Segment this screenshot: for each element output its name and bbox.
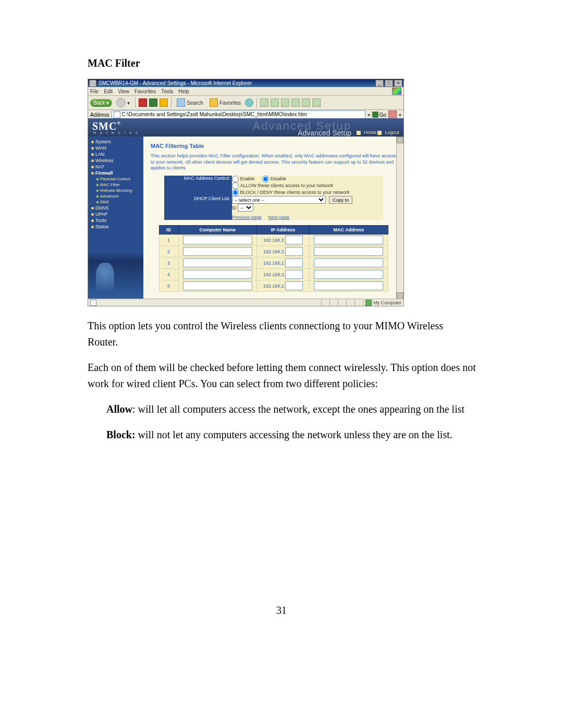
mac-address-input[interactable] [314, 236, 383, 244]
research-icon[interactable] [312, 98, 321, 107]
discuss-icon[interactable] [302, 98, 310, 107]
address-value: C:\Documents and Settings\Zsolt Mahunka\… [122, 111, 307, 118]
allow-radio[interactable] [232, 182, 239, 189]
header-links: Home Logout [357, 130, 399, 135]
sidebar-item-firewall[interactable]: Firewall [88, 170, 143, 176]
mac-control-label: MAC Address Control : [164, 176, 232, 182]
sidebar-item-ddns[interactable]: DDNS [88, 205, 143, 211]
ip-last-octet-input[interactable] [285, 281, 303, 290]
address-label: Address [90, 112, 109, 118]
sidebar-item-wan[interactable]: WAN [88, 145, 143, 151]
go-button[interactable]: Go [372, 112, 386, 118]
sidebar-item-website[interactable]: Website Blocking [88, 188, 143, 193]
menu-edit[interactable]: Edit [104, 89, 113, 94]
sidebar-item-lan[interactable]: LAN [88, 151, 143, 157]
mac-address-input[interactable] [314, 270, 383, 279]
computer-name-input[interactable] [183, 270, 252, 279]
sidebar-item-wireless[interactable]: Wireless [88, 157, 143, 164]
sidebar-item-nat[interactable]: NAT [88, 164, 143, 170]
pane-title: MAC Filtering Table [151, 143, 396, 149]
ip-prefix: 192.168.2. [263, 283, 286, 289]
scroll-up-icon[interactable] [397, 137, 403, 143]
enable-radio-label[interactable]: Enable [232, 176, 255, 181]
minimize-button[interactable]: _ [375, 80, 384, 87]
id-select[interactable]: -- [238, 204, 253, 212]
sidebar-item-advanced[interactable]: Advanced [88, 193, 143, 199]
menu-file[interactable]: File [90, 89, 99, 94]
previous-page-link[interactable]: Previous page [232, 215, 262, 220]
mac-address-input[interactable] [314, 247, 383, 256]
media-icon[interactable] [245, 98, 253, 107]
allow-radio-label[interactable]: ALLOW these clients access to your netwo… [232, 183, 334, 188]
row-id: 3 [159, 257, 178, 269]
next-page-link[interactable]: Next page [268, 215, 290, 220]
menu-help[interactable]: Help [178, 89, 189, 94]
mac-address-input[interactable] [314, 281, 383, 290]
forward-button[interactable]: ▾ [114, 97, 132, 108]
sidebar-item-tools[interactable]: Tools [88, 217, 143, 224]
ip-last-octet-input[interactable] [285, 247, 303, 256]
ip-prefix: 192.168.2. [263, 238, 286, 243]
favorites-button[interactable]: Favorites [207, 97, 243, 108]
sidebar-item-macfilter[interactable]: MAC Filter [88, 182, 143, 188]
home-icon[interactable] [160, 98, 168, 107]
paragraph-2: Each on of them will be checked before l… [88, 360, 476, 392]
menu-view[interactable]: View [118, 89, 129, 94]
table-row: 3192.168.2. [159, 257, 388, 269]
stop-icon[interactable] [139, 98, 147, 107]
menu-favorites[interactable]: Favorites [134, 89, 156, 94]
ip-last-octet-input[interactable] [285, 258, 303, 267]
print-icon[interactable] [281, 98, 289, 107]
search-button[interactable]: Search [175, 97, 205, 108]
mac-address-input[interactable] [314, 258, 383, 267]
config-table: MAC Address Control : Enable Disable ALL… [164, 176, 383, 220]
computer-name-input[interactable] [183, 281, 252, 290]
id-small-label: ID [232, 205, 237, 211]
address-input[interactable]: C:\Documents and Settings\Zsolt Mahunka\… [112, 110, 365, 119]
col-id: ID [159, 226, 178, 235]
logout-link[interactable]: Logout [385, 130, 399, 135]
menu-tools[interactable]: Tools [161, 89, 173, 94]
zone-icon [365, 300, 372, 306]
ip-prefix: 192.168.2. [263, 249, 286, 254]
col-ip: IP Address [256, 226, 309, 235]
windows-flag-icon [392, 88, 401, 95]
computer-name-input[interactable] [183, 236, 252, 244]
refresh-icon[interactable] [149, 98, 157, 107]
go-arrow-icon [372, 112, 378, 118]
disable-radio-label[interactable]: Disable [262, 176, 286, 181]
mail-icon[interactable] [271, 98, 279, 107]
sidebar-item-status[interactable]: Status [88, 224, 143, 230]
home-small-icon [357, 131, 361, 135]
block-policy: Block: will not let any computers access… [106, 427, 476, 443]
ip-last-octet-input[interactable] [285, 270, 303, 279]
dhcp-client-select[interactable]: -- select one -- [232, 196, 326, 204]
enable-radio[interactable] [232, 176, 239, 182]
home-link[interactable]: Home [364, 130, 376, 135]
sidebar-item-upnp[interactable]: UPnP [88, 211, 143, 217]
close-button[interactable]: × [394, 80, 402, 87]
sidebar-item-dmz[interactable]: DMZ [88, 199, 143, 205]
ip-last-octet-input[interactable] [285, 236, 303, 244]
block-radio[interactable] [232, 189, 239, 196]
ip-prefix: 192.168.2. [263, 272, 286, 277]
links-icon[interactable] [388, 110, 397, 119]
maximize-button[interactable]: □ [385, 80, 393, 87]
scrollbar[interactable] [396, 137, 403, 299]
block-radio-label[interactable]: BLOCK / DENY these clients access to you… [232, 190, 350, 195]
ie-titlebar: SMCWBR14-GM - Advanced Settings - Micros… [88, 79, 403, 87]
sidebar-item-system[interactable]: System [88, 139, 143, 145]
section-heading: MAC Filter [88, 57, 476, 69]
smc-tagline: N e t w o r k s [93, 131, 139, 134]
sidebar-item-parental[interactable]: Parental Control [88, 176, 143, 182]
ie-statusbar: My Computer [88, 299, 403, 306]
disable-radio[interactable] [262, 176, 269, 182]
computer-name-input[interactable] [183, 247, 252, 256]
row-id: 2 [159, 246, 178, 257]
copy-to-button[interactable]: Copy to [329, 196, 352, 204]
edit-icon[interactable] [291, 98, 300, 107]
computer-name-input[interactable] [183, 258, 252, 267]
history-icon[interactable] [260, 98, 268, 107]
back-button[interactable]: Back ▾ [90, 99, 112, 107]
sidebar: System WAN LAN Wireless NAT Firewall Par… [88, 137, 143, 299]
